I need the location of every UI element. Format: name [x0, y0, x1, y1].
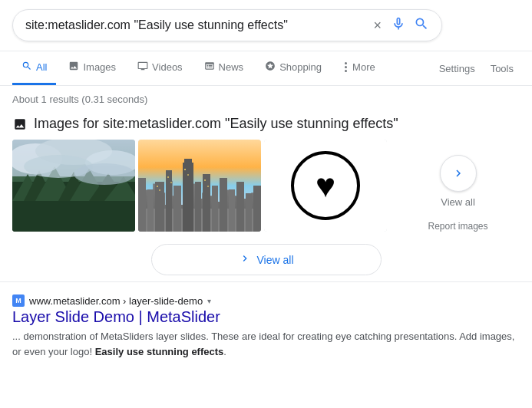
snippet-text-start: ... demonstration of MetaSliders layer s…	[12, 331, 514, 357]
tab-more[interactable]: More	[334, 51, 385, 85]
svg-rect-33	[184, 169, 186, 170]
tab-images[interactable]: Images	[59, 51, 125, 85]
svg-rect-16	[155, 182, 164, 232]
view-all-button[interactable]: View all	[151, 244, 382, 275]
all-tab-icon	[21, 61, 32, 74]
svg-point-4	[74, 163, 135, 185]
heart-image: ♥	[264, 140, 387, 232]
result-count: About 1 results (0.31 seconds)	[0, 86, 532, 113]
svg-rect-35	[204, 179, 206, 181]
tab-news[interactable]: News	[195, 51, 253, 85]
svg-rect-24	[220, 178, 227, 232]
svg-rect-27	[246, 193, 252, 232]
search-input[interactable]	[25, 18, 373, 32]
svg-rect-26	[236, 182, 244, 232]
tab-images-label: Images	[83, 61, 116, 73]
view-all-right-label[interactable]: View all	[441, 196, 475, 208]
result-breadcrumb: www.metaslider.com › layer-slide-demo	[29, 295, 203, 307]
view-all-btn-label: View all	[257, 254, 294, 266]
svg-rect-29	[157, 186, 158, 187]
image-thumb-3[interactable]: ♥	[264, 140, 387, 232]
images-grid: ♥	[12, 140, 387, 232]
result-title[interactable]: Layer Slide Demo | MetaSlider	[12, 308, 520, 326]
snippet-bold: Easily use stunning effects	[95, 346, 224, 357]
tab-news-label: News	[219, 61, 244, 73]
svg-rect-22	[203, 174, 210, 232]
videos-tab-icon	[137, 61, 148, 74]
svg-rect-17	[166, 170, 172, 232]
image-thumb-1[interactable]	[12, 140, 135, 232]
search-bar-container: ×	[0, 0, 532, 51]
svg-rect-20	[184, 159, 192, 163]
nav-tabs: All Images Videos News Shopping	[0, 51, 532, 86]
svg-rect-14	[138, 178, 146, 232]
shopping-tab-icon	[265, 61, 276, 74]
section-divider	[0, 281, 532, 282]
more-tab-icon	[343, 61, 349, 74]
clear-icon[interactable]: ×	[373, 18, 382, 34]
images-section: Images for site:metaslider.com "Easily u…	[12, 116, 520, 238]
image-thumb-2[interactable]	[138, 140, 261, 232]
images-section-title: Images for site:metaslider.com "Easily u…	[34, 116, 398, 132]
svg-rect-18	[173, 186, 181, 232]
view-all-arrow-icon	[239, 252, 251, 267]
news-tab-icon	[204, 61, 215, 74]
svg-rect-19	[183, 163, 193, 232]
tab-all-label: All	[36, 61, 47, 73]
svg-rect-30	[159, 189, 160, 191]
svg-rect-32	[170, 182, 172, 183]
city-image	[138, 140, 261, 232]
tab-videos[interactable]: Videos	[128, 51, 192, 85]
tab-shopping-label: Shopping	[279, 61, 322, 73]
svg-rect-15	[147, 189, 154, 232]
tab-shopping[interactable]: Shopping	[256, 51, 331, 85]
search-icon[interactable]	[414, 16, 429, 35]
images-right-panel: View all Report images	[396, 140, 520, 232]
snippet-text-end: .	[223, 346, 226, 357]
view-all-btn-container: View all	[12, 244, 520, 275]
result-snippet: ... demonstration of MetaSliders layer s…	[12, 329, 520, 359]
tools-link[interactable]: Tools	[484, 54, 520, 84]
heart-circle: ♥	[291, 151, 360, 220]
svg-rect-28	[253, 186, 261, 232]
report-images-link[interactable]: Report images	[428, 221, 487, 232]
arrow-viewall-group: View all	[440, 155, 477, 208]
tab-all[interactable]: All	[12, 51, 56, 85]
svg-rect-36	[207, 186, 209, 187]
images-content-row: ♥ View all Report images	[12, 140, 520, 238]
mic-icon[interactable]	[391, 16, 406, 35]
images-tab-icon	[68, 61, 79, 74]
next-images-button[interactable]	[440, 155, 477, 192]
result-url-line: M www.metaslider.com › layer-slide-demo …	[12, 294, 520, 307]
more-dots-icon	[343, 61, 349, 74]
search-bar: ×	[12, 9, 442, 41]
svg-rect-23	[212, 186, 218, 232]
svg-rect-34	[187, 174, 189, 176]
favicon: M	[12, 294, 25, 307]
images-header: Images for site:metaslider.com "Easily u…	[12, 116, 520, 132]
svg-rect-21	[195, 182, 201, 232]
images-section-icon	[12, 117, 28, 132]
tab-videos-label: Videos	[152, 61, 183, 73]
tab-more-label: More	[352, 61, 375, 73]
mountain-image	[12, 140, 135, 232]
result-item: M www.metaslider.com › layer-slide-demo …	[0, 288, 532, 365]
svg-rect-25	[229, 189, 235, 232]
settings-link[interactable]: Settings	[433, 54, 481, 84]
result-dropdown-arrow[interactable]: ▾	[207, 297, 211, 305]
svg-rect-31	[167, 176, 169, 178]
